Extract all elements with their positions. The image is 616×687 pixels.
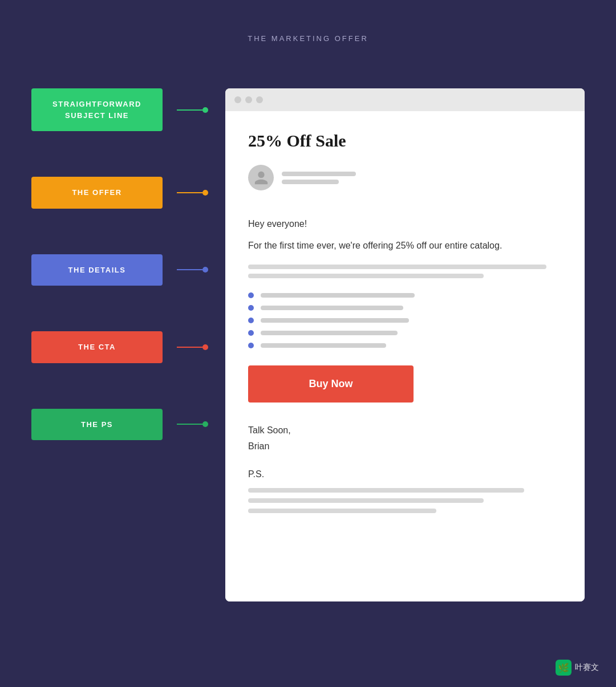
browser-dot-1	[234, 96, 241, 103]
connector-line-segment	[177, 347, 202, 348]
bullet-item	[248, 305, 562, 311]
bullet-item	[248, 330, 562, 336]
connector-dot	[202, 190, 208, 196]
label-item-the-ps: THE PS	[31, 409, 208, 441]
ps-section: P.S.	[248, 469, 562, 513]
label-item-the-details: THE DETAILS	[31, 254, 208, 286]
sign-off-line2: Brian	[248, 438, 562, 455]
the-offer-label: THE OFFER	[31, 177, 163, 209]
text-line	[248, 265, 546, 269]
email-content: 25% Off Sale Hey everyone! For the first…	[225, 111, 585, 601]
bullet-dot	[248, 343, 254, 348]
sender-name-line	[282, 172, 356, 176]
email-sender	[248, 165, 562, 202]
wechat-icon: 🌿	[556, 660, 572, 676]
ps-text-line	[248, 509, 436, 513]
bullet-dot	[248, 292, 254, 298]
connector-line-segment	[177, 109, 202, 111]
bullet-dot	[248, 305, 254, 311]
email-sign-off: Talk Soon, Brian	[248, 422, 562, 456]
the-cta-label: THE CTA	[31, 331, 163, 363]
email-mockup: 25% Off Sale Hey everyone! For the first…	[225, 88, 585, 601]
connector-subject-line	[177, 107, 208, 113]
sender-avatar	[248, 165, 274, 190]
connector-dot	[202, 107, 208, 113]
bullet-line	[261, 343, 386, 348]
label-item-subject-line: STRAIGHTFORWARD SUBJECT LINE	[31, 88, 208, 131]
connector-the-cta	[177, 344, 208, 350]
browser-dot-2	[245, 96, 252, 103]
connector-dot	[202, 344, 208, 350]
connector-line-segment	[177, 192, 202, 193]
connector-dot	[202, 267, 208, 273]
connector-the-details	[177, 267, 208, 273]
avatar-icon	[253, 170, 269, 186]
connector-dot	[202, 421, 208, 427]
sign-off-line1: Talk Soon,	[248, 422, 562, 439]
label-item-the-offer: THE OFFER	[31, 177, 208, 209]
subject-line-label: STRAIGHTFORWARD SUBJECT LINE	[31, 88, 163, 131]
body-placeholder-lines	[248, 265, 562, 278]
ps-text-line	[248, 498, 484, 503]
cta-button[interactable]: Buy Now	[248, 365, 414, 403]
email-body-text: For the first time ever, we're offering …	[248, 238, 562, 253]
bullet-line	[261, 306, 403, 310]
sender-lines	[282, 172, 356, 184]
bullet-dot	[248, 330, 254, 336]
the-details-label: THE DETAILS	[31, 254, 163, 286]
connector-line-segment	[177, 269, 202, 270]
label-item-the-cta: THE CTA	[31, 331, 208, 363]
connector-the-ps	[177, 421, 208, 427]
ps-text-lines	[248, 488, 562, 513]
labels-column: STRAIGHTFORWARD SUBJECT LINE THE OFFER T…	[31, 88, 208, 440]
ps-label: P.S.	[248, 469, 264, 479]
watermark: 🌿 叶赛文	[556, 660, 599, 676]
bullet-line	[261, 318, 409, 323]
text-line	[248, 274, 484, 278]
bullet-list	[248, 292, 562, 348]
bullet-dot	[248, 318, 254, 323]
the-ps-label: THE PS	[31, 409, 163, 441]
email-greeting: Hey everyone!	[248, 219, 562, 229]
browser-dot-3	[256, 96, 263, 103]
email-subject: 25% Off Sale	[248, 131, 562, 151]
connector-the-offer	[177, 190, 208, 196]
ps-text-line	[248, 488, 524, 493]
bullet-line	[261, 331, 398, 335]
bullet-item	[248, 292, 562, 298]
watermark-text: 叶赛文	[575, 662, 599, 673]
sender-email-line	[282, 180, 339, 184]
page-title: THE MARKETING OFFER	[0, 0, 616, 43]
bullet-line	[261, 293, 415, 298]
bullet-item	[248, 343, 562, 348]
main-container: STRAIGHTFORWARD SUBJECT LINE THE OFFER T…	[0, 88, 616, 601]
connector-line-segment	[177, 424, 202, 425]
browser-bar	[225, 88, 585, 111]
bullet-item	[248, 318, 562, 323]
